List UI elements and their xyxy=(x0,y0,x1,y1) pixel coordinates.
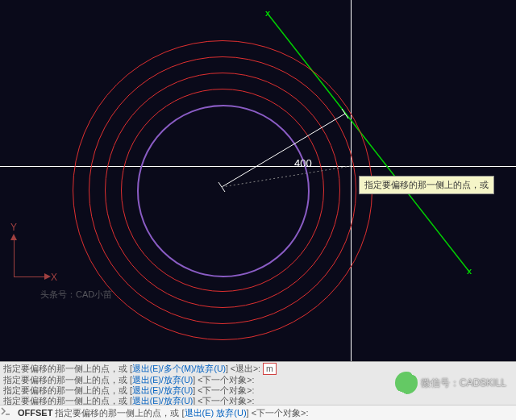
user-input-highlight: m xyxy=(263,363,277,375)
command-prompt-icon xyxy=(3,408,15,419)
ucs-x-label: X xyxy=(51,272,57,283)
history-line: 指定要偏移的那一侧上的点，或 [退出(E)/放弃(U)] <下一个对象>: xyxy=(3,396,513,405)
svg-line-4 xyxy=(222,166,351,187)
dynamic-input-tooltip: 指定要偏移的那一侧上的点，或 xyxy=(359,176,494,194)
drawing-viewport[interactable]: x x 400 指定要偏移的那一侧上的点，或 Y X 头条号：CAD小苗 xyxy=(0,0,516,361)
ucs-y-label: Y xyxy=(10,222,17,233)
wechat-label: 微信号：CADSKILL xyxy=(421,376,506,390)
svg-line-3 xyxy=(342,109,348,119)
dimension-value: 400 xyxy=(294,157,312,169)
toutiao-watermark: 头条号：CAD小苗 xyxy=(40,289,112,301)
wechat-watermark: 微信号：CADSKILL xyxy=(395,372,506,394)
svg-line-1 xyxy=(222,114,345,187)
wechat-icon xyxy=(395,372,418,394)
ucs-icon: Y X xyxy=(12,236,52,285)
command-text: OFFSET 指定要偏移的那一侧上的点，或 [退出(E) 放弃(U)] <下一个… xyxy=(18,407,309,419)
command-line[interactable]: OFFSET 指定要偏移的那一侧上的点，或 [退出(E) 放弃(U)] <下一个… xyxy=(0,405,516,420)
